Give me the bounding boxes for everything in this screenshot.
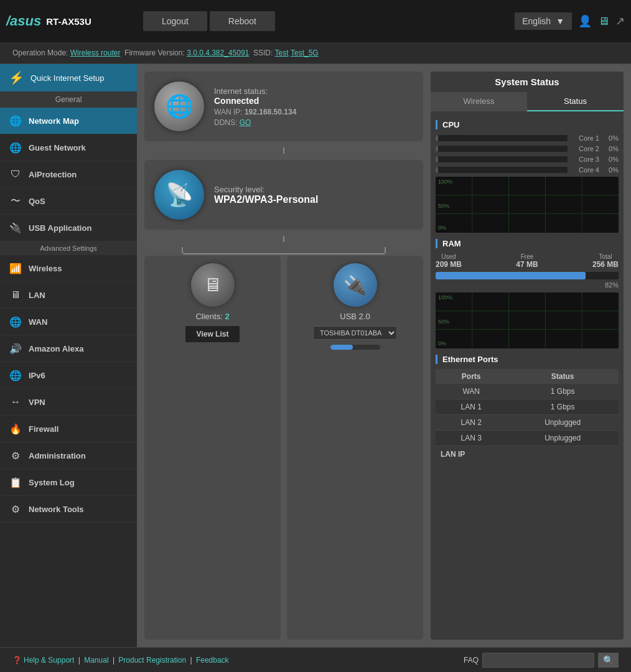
vpn-icon: ↔ (9, 395, 22, 409)
network-map-panel: 🌐 Internet status: Connected WAN IP: 192… (144, 72, 423, 640)
eth-port-cell: LAN 1 (436, 399, 507, 415)
usb-device-dropdown[interactable]: TOSHIBA DT01ABA (313, 326, 397, 340)
ram-total-label: Total (592, 253, 619, 260)
manual-link[interactable]: Manual (84, 656, 108, 665)
cpu-core4-row: Core 4 0% (436, 166, 619, 174)
cpu-core4-pct: 0% (603, 166, 619, 174)
cpu-core2-label: Core 2 (571, 145, 599, 152)
language-selector[interactable]: English ▼ (515, 12, 572, 30)
table-row: LAN 2Unplugged (436, 415, 619, 431)
ssid-label: SSID: (253, 49, 273, 57)
tab-status[interactable]: Status (527, 92, 624, 111)
sidebar-item-amazon-alexa[interactable]: 🔊 Amazon Alexa (0, 335, 137, 362)
ipv6-icon: 🌐 (9, 368, 22, 382)
ram-stats: Used 209 MB Free 47 MB Total 256 MB (436, 253, 619, 269)
sidebar-label-qos: QoS (29, 197, 45, 206)
ram-graph: 100% 50% 0% (436, 292, 619, 348)
operation-mode-value[interactable]: Wireless router (70, 49, 121, 57)
table-row: LAN 11 Gbps (436, 399, 619, 415)
lan-icon: 🖥 (9, 288, 22, 302)
feedback-link[interactable]: Feedback (196, 656, 229, 665)
ram-pct: 82% (436, 281, 619, 289)
network-tools-icon: ⚙ (9, 502, 22, 516)
network-map-icon: 🌐 (9, 114, 22, 128)
sidebar: ⚡ Quick Internet Setup General 🌐 Network… (0, 64, 137, 647)
sidebar-item-guest-network[interactable]: 🌐 Guest Network (0, 134, 137, 161)
eth-port-cell: WAN (436, 384, 507, 399)
ddns-value[interactable]: GO (240, 118, 251, 127)
table-row: WAN1 Gbps (436, 384, 619, 399)
sidebar-item-wan[interactable]: 🌐 WAN (0, 309, 137, 335)
cpu-core1-label: Core 1 (571, 134, 599, 142)
sidebar-label-wan: WAN (29, 317, 47, 327)
sidebar-label-network-map: Network Map (29, 116, 79, 126)
help-support-link[interactable]: Help & Support (24, 656, 74, 665)
wan-ip-line: WAN IP: 192.168.50.134 (214, 108, 296, 116)
language-label: English (522, 16, 551, 26)
cpu-graph: 100% 50% 0% (436, 177, 619, 233)
sidebar-item-qos[interactable]: 〜 QoS (0, 188, 137, 215)
sidebar-label-firewall: Firewall (29, 424, 58, 434)
eth-port-cell: LAN 3 (436, 431, 507, 446)
connector-mid (283, 236, 284, 242)
logo-model-text: RT-AX53U (46, 16, 91, 27)
bottombar: ❓ Help & Support | Manual | Product Regi… (0, 647, 631, 672)
operation-mode-label: Operation Mode: (12, 49, 68, 57)
security-value: WPA2/WPA3-Personal (214, 194, 318, 205)
share-icon[interactable]: ↗ (615, 14, 625, 28)
sidebar-item-ipv6[interactable]: 🌐 IPv6 (0, 362, 137, 389)
internet-icon: 🌐 (154, 82, 204, 131)
sidebar-item-system-log[interactable]: 📋 System Log (0, 469, 137, 496)
product-registration-link[interactable]: Product Registration (118, 656, 186, 665)
sidebar-label-administration: Administration (29, 451, 86, 460)
quick-setup-label: Quick Internet Setup (30, 73, 105, 83)
ssid-2g[interactable]: Test (275, 49, 289, 57)
sidebar-item-firewall[interactable]: 🔥 Firewall (0, 416, 137, 442)
ram-free-label: Free (516, 253, 538, 260)
user-icon[interactable]: 👤 (578, 14, 592, 28)
tab-wireless[interactable]: Wireless (431, 92, 527, 111)
top-buttons: Logout Reboot (143, 11, 515, 31)
ssid-5g[interactable]: Test_5G (291, 49, 319, 57)
faq-search-button[interactable]: 🔍 (598, 653, 619, 668)
screen-icon[interactable]: 🖥 (598, 15, 609, 28)
administration-icon: ⚙ (9, 449, 22, 462)
ram-free-stat: Free 47 MB (516, 253, 538, 269)
separator2: | (111, 656, 117, 665)
top-icons: 👤 🖥 ↗ (578, 14, 625, 28)
faq-input[interactable] (482, 653, 594, 668)
security-label: Security level: (214, 185, 318, 194)
usb-label: USB 2.0 (340, 312, 370, 321)
sidebar-item-network-map[interactable]: 🌐 Network Map (0, 108, 137, 134)
sidebar-item-lan[interactable]: 🖥 LAN (0, 282, 137, 309)
cpu-core1-pct: 0% (603, 134, 619, 142)
eth-status-cell: Unplugged (507, 431, 619, 446)
view-list-button[interactable]: View List (185, 326, 240, 342)
logout-button[interactable]: Logout (143, 11, 207, 31)
sidebar-item-network-tools[interactable]: ⚙ Network Tools (0, 496, 137, 523)
sidebar-label-amazon-alexa: Amazon Alexa (29, 344, 83, 353)
firmware-value[interactable]: 3.0.0.4.382_45091 (187, 49, 249, 57)
content-area: 🌐 Internet status: Connected WAN IP: 192… (137, 64, 631, 647)
eth-status-cell: Unplugged (507, 415, 619, 431)
firewall-icon: 🔥 (9, 422, 22, 436)
connector-top (283, 147, 284, 154)
sidebar-item-administration[interactable]: ⚙ Administration (0, 442, 137, 469)
wireless-icon: 📶 (9, 261, 22, 275)
sidebar-item-wireless[interactable]: 📶 Wireless (0, 255, 137, 282)
sidebar-item-aiprotection[interactable]: 🛡 AiProtection (0, 161, 137, 188)
table-row: LAN 3Unplugged (436, 431, 619, 446)
sidebar-item-vpn[interactable]: ↔ VPN (0, 389, 137, 416)
sidebar-item-usb-application[interactable]: 🔌 USB Application (0, 215, 137, 241)
faq-area: FAQ 🔍 (464, 653, 619, 668)
reboot-button[interactable]: Reboot (210, 11, 275, 31)
quick-setup-icon: ⚡ (9, 70, 24, 85)
cpu-section-title: CPU (436, 120, 619, 129)
general-section-label: General (0, 91, 137, 108)
main: ⚡ Quick Internet Setup General 🌐 Network… (0, 64, 631, 647)
sidebar-label-vpn: VPN (29, 398, 45, 407)
ethernet-table: Ports Status WAN1 GbpsLAN 11 GbpsLAN 2Un… (436, 369, 619, 446)
client-usb-row: 🖥 Clients: 2 View List 🔌 USB 2.0 TOSHIBA… (144, 256, 423, 640)
wan-icon: 🌐 (9, 315, 22, 329)
quick-internet-setup-item[interactable]: ⚡ Quick Internet Setup (0, 64, 137, 91)
